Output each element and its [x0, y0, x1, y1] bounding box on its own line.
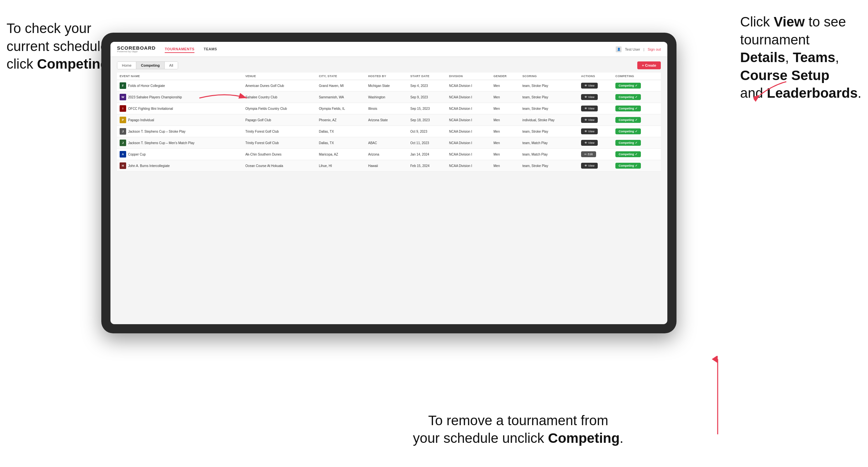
cell-start-date: Jan 14, 2024	[408, 149, 447, 160]
cell-start-date: Sep 4, 2023	[408, 80, 447, 92]
cell-gender: Men	[491, 92, 520, 103]
tab-competing[interactable]: Competing	[136, 62, 164, 69]
view-button[interactable]: 👁 View	[581, 105, 598, 112]
table-row: I OFCC Fighting Illini Invitational Olym…	[117, 103, 661, 114]
tablet-screen: SCOREBOARD Powered by clippi TOURNAMENTS…	[111, 42, 667, 324]
cell-city-state: Phoenix, AZ	[316, 114, 366, 126]
actions-cell: 👁 View	[579, 92, 613, 103]
competing-button[interactable]: Competing ✓	[615, 128, 641, 134]
col-actions: ACTIONS	[579, 72, 613, 80]
actions-cell: 👁 View	[579, 160, 613, 172]
view-button[interactable]: 👁 View	[581, 117, 598, 123]
competing-cell: Competing ✓	[613, 103, 661, 114]
table-row: J Jackson T. Stephens Cup – Stroke Play …	[117, 126, 661, 137]
brand-title: SCOREBOARD	[117, 45, 156, 50]
cell-city-state: Dallas, TX	[316, 137, 366, 149]
filter-bar: Home Competing All + Create	[117, 61, 661, 69]
table-row: F Folds of Honor Collegiate American Dun…	[117, 80, 661, 92]
competing-cell: Competing ✓	[613, 149, 661, 160]
team-logo: J	[120, 139, 126, 146]
nav-tournaments[interactable]: TOURNAMENTS	[165, 46, 194, 53]
cell-hosted-by: Michigan State	[365, 80, 407, 92]
cell-venue: American Dunes Golf Club	[243, 80, 316, 92]
event-name-text: Jackson T. Stephens Cup – Men's Match Pl…	[128, 141, 194, 145]
competing-cell: Competing ✓	[613, 160, 661, 172]
event-name-cell: I OFCC Fighting Illini Invitational	[117, 103, 243, 114]
actions-cell: ✏ Edit	[579, 149, 613, 160]
competing-button[interactable]: Competing ✓	[615, 151, 641, 157]
arrow-right-top	[754, 75, 793, 108]
event-name-text: 2023 Sahalee Players Championship	[128, 95, 182, 99]
actions-cell: 👁 View	[579, 80, 613, 92]
cell-division: NCAA Division I	[446, 80, 491, 92]
table-row: P Papago Individual Papago Golf ClubPhoe…	[117, 114, 661, 126]
cell-scoring: team, Stroke Play	[520, 160, 579, 172]
view-button[interactable]: 👁 View	[581, 163, 598, 168]
edit-button[interactable]: ✏ Edit	[581, 151, 596, 157]
team-logo: J	[120, 128, 126, 135]
event-name-cell: J Jackson T. Stephens Cup – Men's Match …	[117, 137, 243, 149]
competing-cell: Competing ✓	[613, 137, 661, 149]
cell-scoring: team, Match Play	[520, 137, 579, 149]
view-button[interactable]: 👁 View	[581, 83, 598, 89]
cell-venue: Olympia Fields Country Club	[243, 103, 316, 114]
cell-start-date: Oct 11, 2023	[408, 137, 447, 149]
event-name-text: Jackson T. Stephens Cup – Stroke Play	[128, 130, 185, 133]
tournaments-table: EVENT NAME VENUE CITY, STATE HOSTED BY S…	[117, 72, 661, 172]
cell-hosted-by: Illinois	[365, 103, 407, 114]
cell-city-state: Sammamish, WA	[316, 92, 366, 103]
actions-cell: 👁 View	[579, 126, 613, 137]
competing-cell: Competing ✓	[613, 114, 661, 126]
competing-button[interactable]: Competing ✓	[615, 117, 641, 123]
tablet: SCOREBOARD Powered by clippi TOURNAMENTS…	[101, 33, 677, 333]
brand: SCOREBOARD Powered by clippi	[117, 45, 156, 53]
event-name-text: Copper Cup	[128, 153, 146, 156]
cell-hosted-by: Washington	[365, 92, 407, 103]
col-hosted-by: HOSTED BY	[365, 72, 407, 80]
cell-venue: Ak-Chin Southern Dunes	[243, 149, 316, 160]
col-city-state: CITY, STATE	[316, 72, 366, 80]
content-area: Home Competing All + Create EVENT NAME V…	[111, 57, 667, 324]
view-button[interactable]: 👁 View	[581, 94, 598, 100]
cell-division: NCAA Division I	[446, 126, 491, 137]
competing-button[interactable]: Competing ✓	[615, 163, 641, 168]
cell-division: NCAA Division I	[446, 114, 491, 126]
competing-button[interactable]: Competing ✓	[615, 83, 641, 89]
competing-button[interactable]: Competing ✓	[615, 94, 641, 100]
cell-start-date: Oct 9, 2023	[408, 126, 447, 137]
user-name: Test User	[625, 48, 640, 51]
tab-all[interactable]: All	[165, 62, 178, 69]
cell-scoring: team, Stroke Play	[520, 103, 579, 114]
competing-button[interactable]: Competing ✓	[615, 140, 641, 146]
team-logo: F	[120, 82, 126, 89]
view-button[interactable]: 👁 View	[581, 128, 598, 134]
cell-hosted-by: Arizona State	[365, 114, 407, 126]
team-logo: A	[120, 151, 126, 157]
event-name-inner: J Jackson T. Stephens Cup – Men's Match …	[120, 139, 240, 146]
tab-home[interactable]: Home	[117, 62, 136, 69]
cell-division: NCAA Division I	[446, 137, 491, 149]
cell-gender: Men	[491, 137, 520, 149]
col-gender: GENDER	[491, 72, 520, 80]
cell-venue: Trinity Forest Golf Club	[243, 126, 316, 137]
view-button[interactable]: 👁 View	[581, 140, 598, 146]
cell-city-state: Maricopa, AZ	[316, 149, 366, 160]
navbar-left: SCOREBOARD Powered by clippi TOURNAMENTS…	[117, 45, 217, 53]
actions-cell: 👁 View	[579, 137, 613, 149]
event-name-cell: H John A. Burns Intercollegiate	[117, 160, 243, 172]
nav-teams[interactable]: TEAMS	[204, 46, 217, 53]
cell-gender: Men	[491, 114, 520, 126]
create-button[interactable]: + Create	[637, 61, 661, 69]
team-logo: I	[120, 105, 126, 112]
signout-link[interactable]: Sign out	[648, 48, 661, 51]
table-row: W 2023 Sahalee Players Championship Saha…	[117, 92, 661, 103]
cell-scoring: individual, Stroke Play	[520, 114, 579, 126]
actions-cell: 👁 View	[579, 114, 613, 126]
navbar-right: 👤 Test User | Sign out	[616, 46, 661, 52]
event-name-cell: A Copper Cup	[117, 149, 243, 160]
event-name-inner: J Jackson T. Stephens Cup – Stroke Play	[120, 128, 240, 135]
cell-gender: Men	[491, 103, 520, 114]
cell-scoring: team, Stroke Play	[520, 80, 579, 92]
competing-button[interactable]: Competing ✓	[615, 105, 641, 112]
cell-division: NCAA Division I	[446, 160, 491, 172]
